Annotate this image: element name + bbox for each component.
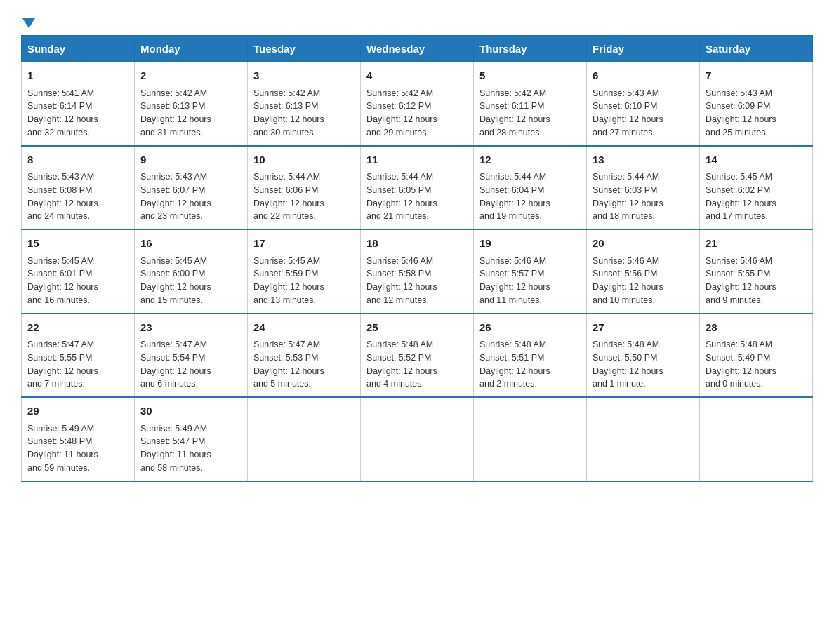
calendar-cell: 26Sunrise: 5:48 AMSunset: 5:51 PMDayligh… <box>474 314 587 398</box>
calendar-cell: 25Sunrise: 5:48 AMSunset: 5:52 PMDayligh… <box>361 314 474 398</box>
day-number: 8 <box>27 152 128 168</box>
day-number: 4 <box>366 68 468 84</box>
day-number: 5 <box>479 68 581 84</box>
calendar-table: SundayMondayTuesdayWednesdayThursdayFrid… <box>21 35 813 482</box>
day-number: 10 <box>253 152 355 168</box>
calendar-cell: 13Sunrise: 5:44 AMSunset: 6:03 PMDayligh… <box>587 146 700 230</box>
day-info: Sunrise: 5:45 AMSunset: 6:02 PMDaylight:… <box>706 170 807 223</box>
day-number: 18 <box>366 236 468 252</box>
calendar-cell: 19Sunrise: 5:46 AMSunset: 5:57 PMDayligh… <box>474 229 587 314</box>
calendar-cell: 15Sunrise: 5:45 AMSunset: 6:01 PMDayligh… <box>22 229 135 314</box>
calendar-week-row: 22Sunrise: 5:47 AMSunset: 5:55 PMDayligh… <box>22 314 813 398</box>
day-info: Sunrise: 5:48 AMSunset: 5:49 PMDaylight:… <box>706 338 807 391</box>
calendar-cell: 24Sunrise: 5:47 AMSunset: 5:53 PMDayligh… <box>248 314 361 398</box>
day-number: 13 <box>593 152 694 168</box>
day-info: Sunrise: 5:46 AMSunset: 5:56 PMDaylight:… <box>593 255 694 307</box>
calendar-week-row: 15Sunrise: 5:45 AMSunset: 6:01 PMDayligh… <box>22 229 813 314</box>
page-header <box>21 14 813 28</box>
calendar-cell: 27Sunrise: 5:48 AMSunset: 5:50 PMDayligh… <box>587 314 700 398</box>
day-info: Sunrise: 5:42 AMSunset: 6:12 PMDaylight:… <box>366 87 468 140</box>
day-number: 11 <box>366 152 468 168</box>
calendar-cell: 23Sunrise: 5:47 AMSunset: 5:54 PMDayligh… <box>135 314 248 398</box>
day-info: Sunrise: 5:47 AMSunset: 5:55 PMDaylight:… <box>27 338 128 391</box>
day-number: 25 <box>366 320 468 336</box>
day-info: Sunrise: 5:44 AMSunset: 6:03 PMDaylight:… <box>593 170 694 223</box>
day-info: Sunrise: 5:43 AMSunset: 6:09 PMDaylight:… <box>706 87 807 140</box>
day-info: Sunrise: 5:44 AMSunset: 6:05 PMDaylight:… <box>366 170 468 223</box>
day-info: Sunrise: 5:43 AMSunset: 6:08 PMDaylight:… <box>27 170 128 223</box>
calendar-cell: 20Sunrise: 5:46 AMSunset: 5:56 PMDayligh… <box>587 229 700 314</box>
column-header-monday: Monday <box>135 36 248 62</box>
calendar-cell: 21Sunrise: 5:46 AMSunset: 5:55 PMDayligh… <box>700 229 813 314</box>
calendar-cell: 8Sunrise: 5:43 AMSunset: 6:08 PMDaylight… <box>22 146 135 230</box>
day-info: Sunrise: 5:42 AMSunset: 6:13 PMDaylight:… <box>140 87 241 140</box>
calendar-cell: 2Sunrise: 5:42 AMSunset: 6:13 PMDaylight… <box>135 62 248 146</box>
day-number: 3 <box>253 68 355 84</box>
calendar-cell: 10Sunrise: 5:44 AMSunset: 6:06 PMDayligh… <box>248 146 361 230</box>
day-info: Sunrise: 5:46 AMSunset: 5:55 PMDaylight:… <box>706 255 807 307</box>
day-info: Sunrise: 5:41 AMSunset: 6:14 PMDaylight:… <box>27 87 128 140</box>
calendar-header-row: SundayMondayTuesdayWednesdayThursdayFrid… <box>22 36 813 62</box>
day-number: 22 <box>27 320 128 336</box>
day-number: 14 <box>706 152 807 168</box>
calendar-week-row: 29Sunrise: 5:49 AMSunset: 5:48 PMDayligh… <box>22 397 813 481</box>
logo-arrow-icon <box>22 18 35 28</box>
calendar-week-row: 1Sunrise: 5:41 AMSunset: 6:14 PMDaylight… <box>22 62 813 146</box>
column-header-sunday: Sunday <box>22 36 135 62</box>
calendar-cell <box>474 397 587 481</box>
day-number: 7 <box>706 68 807 84</box>
day-info: Sunrise: 5:47 AMSunset: 5:53 PMDaylight:… <box>253 338 355 391</box>
calendar-cell: 16Sunrise: 5:45 AMSunset: 6:00 PMDayligh… <box>135 229 248 314</box>
calendar-cell: 30Sunrise: 5:49 AMSunset: 5:47 PMDayligh… <box>135 397 248 481</box>
calendar-cell <box>361 397 474 481</box>
column-header-thursday: Thursday <box>474 36 587 62</box>
day-number: 6 <box>593 68 694 84</box>
day-number: 29 <box>27 403 128 420</box>
calendar-cell: 12Sunrise: 5:44 AMSunset: 6:04 PMDayligh… <box>474 146 587 230</box>
day-number: 9 <box>140 152 241 168</box>
day-info: Sunrise: 5:48 AMSunset: 5:52 PMDaylight:… <box>366 338 468 391</box>
calendar-cell: 29Sunrise: 5:49 AMSunset: 5:48 PMDayligh… <box>22 397 135 481</box>
calendar-cell: 9Sunrise: 5:43 AMSunset: 6:07 PMDaylight… <box>135 146 248 230</box>
day-info: Sunrise: 5:45 AMSunset: 5:59 PMDaylight:… <box>253 255 355 307</box>
day-number: 2 <box>140 68 241 84</box>
day-info: Sunrise: 5:42 AMSunset: 6:13 PMDaylight:… <box>253 87 355 140</box>
day-number: 27 <box>593 320 694 336</box>
day-number: 21 <box>706 236 807 252</box>
calendar-cell: 6Sunrise: 5:43 AMSunset: 6:10 PMDaylight… <box>587 62 700 146</box>
day-number: 24 <box>253 320 355 336</box>
day-info: Sunrise: 5:46 AMSunset: 5:57 PMDaylight:… <box>479 255 581 307</box>
day-number: 20 <box>593 236 694 252</box>
day-info: Sunrise: 5:44 AMSunset: 6:04 PMDaylight:… <box>479 170 581 223</box>
day-number: 15 <box>27 236 128 252</box>
day-info: Sunrise: 5:45 AMSunset: 6:00 PMDaylight:… <box>140 255 241 307</box>
day-number: 1 <box>27 68 128 84</box>
calendar-cell: 1Sunrise: 5:41 AMSunset: 6:14 PMDaylight… <box>22 62 135 146</box>
day-number: 23 <box>140 320 241 336</box>
calendar-cell: 3Sunrise: 5:42 AMSunset: 6:13 PMDaylight… <box>248 62 361 146</box>
calendar-cell: 7Sunrise: 5:43 AMSunset: 6:09 PMDaylight… <box>700 62 813 146</box>
day-number: 17 <box>253 236 355 252</box>
logo <box>21 14 35 28</box>
day-info: Sunrise: 5:43 AMSunset: 6:10 PMDaylight:… <box>593 87 694 140</box>
calendar-week-row: 8Sunrise: 5:43 AMSunset: 6:08 PMDaylight… <box>22 146 813 230</box>
day-number: 12 <box>479 152 581 168</box>
day-info: Sunrise: 5:44 AMSunset: 6:06 PMDaylight:… <box>253 170 355 223</box>
column-header-friday: Friday <box>587 36 700 62</box>
day-info: Sunrise: 5:48 AMSunset: 5:51 PMDaylight:… <box>479 338 581 391</box>
column-header-wednesday: Wednesday <box>361 36 474 62</box>
calendar-cell: 22Sunrise: 5:47 AMSunset: 5:55 PMDayligh… <box>22 314 135 398</box>
day-info: Sunrise: 5:42 AMSunset: 6:11 PMDaylight:… <box>479 87 581 140</box>
calendar-cell: 28Sunrise: 5:48 AMSunset: 5:49 PMDayligh… <box>700 314 813 398</box>
day-number: 19 <box>479 236 581 252</box>
calendar-cell <box>248 397 361 481</box>
day-number: 28 <box>706 320 807 336</box>
day-info: Sunrise: 5:47 AMSunset: 5:54 PMDaylight:… <box>140 338 241 391</box>
day-info: Sunrise: 5:43 AMSunset: 6:07 PMDaylight:… <box>140 170 241 223</box>
day-info: Sunrise: 5:49 AMSunset: 5:47 PMDaylight:… <box>140 422 241 475</box>
calendar-cell: 17Sunrise: 5:45 AMSunset: 5:59 PMDayligh… <box>248 229 361 314</box>
calendar-cell: 18Sunrise: 5:46 AMSunset: 5:58 PMDayligh… <box>361 229 474 314</box>
day-info: Sunrise: 5:46 AMSunset: 5:58 PMDaylight:… <box>366 255 468 307</box>
calendar-cell: 4Sunrise: 5:42 AMSunset: 6:12 PMDaylight… <box>361 62 474 146</box>
day-number: 30 <box>140 403 241 420</box>
